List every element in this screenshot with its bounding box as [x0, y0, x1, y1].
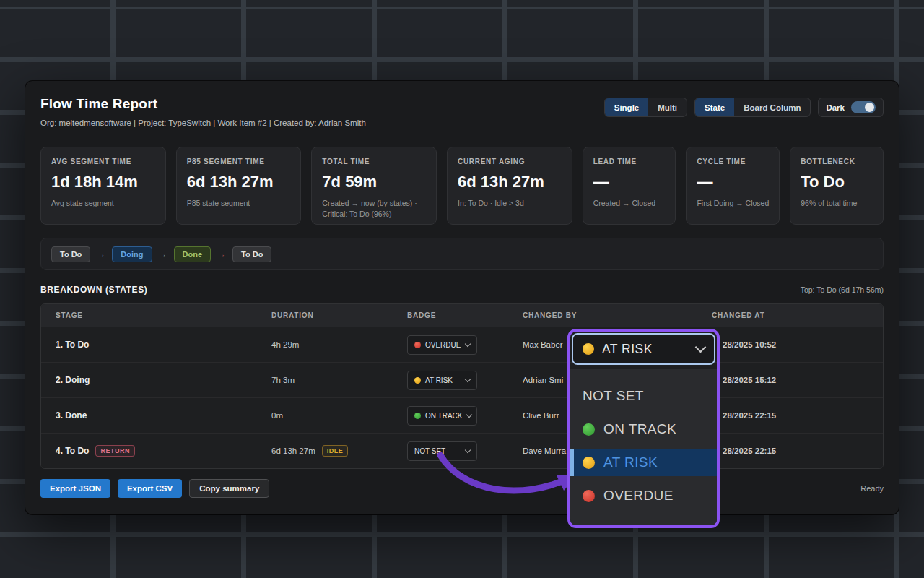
card-sub: 96% of total time	[801, 198, 873, 209]
grouping-option-state[interactable]: State	[695, 98, 734, 116]
mode-option-multi[interactable]: Multi	[648, 98, 687, 116]
breakdown-top-note: Top: To Do (6d 17h 56m)	[801, 285, 884, 294]
card-value: 6d 13h 27m	[187, 173, 291, 191]
flow-sequence-strip: To Do → Doing → Done → To Do	[40, 238, 884, 270]
duration-cell: 6d 13h 27m IDLE	[271, 445, 407, 457]
card-value: —	[697, 173, 769, 191]
menu-option-on-track[interactable]: ON TRACK	[570, 415, 717, 443]
card-label: CYCLE TIME	[697, 158, 769, 165]
status-dropdown-overlay: AT RISK NOT SET ON TRACK AT RISK OVERDUE	[567, 329, 720, 528]
card-sub: P85 state segment	[187, 198, 291, 209]
card-value: 6d 13h 27m	[458, 173, 562, 191]
status-dot-red-icon	[414, 342, 421, 348]
chevron-down-icon	[695, 342, 707, 353]
header-controls: Single Multi State Board Column Dark	[604, 98, 884, 117]
card-value: 7d 59m	[322, 173, 426, 191]
status-dot-yellow-icon	[414, 377, 421, 384]
duration-cell: 4h 29m	[271, 340, 407, 349]
table-row: 1. To Do 4h 29m OVERDUE Max Baber 28/202…	[41, 327, 883, 362]
flow-arrow-icon: →	[159, 249, 167, 259]
card-value: To Do	[801, 173, 873, 191]
stage-cell: 4. To Do RETURN	[41, 445, 271, 457]
stat-cards-row: AVG SEGMENT TIME 1d 18h 14m Avg state se…	[40, 147, 884, 225]
stage-cell: 3. Done	[41, 410, 271, 420]
chevron-down-icon	[465, 447, 471, 452]
card-sub: Created → now (by states) · Critical: To…	[322, 198, 426, 220]
export-json-button[interactable]: Export JSON	[40, 479, 110, 498]
card-label: LEAD TIME	[593, 158, 666, 165]
toggle-knob-icon	[865, 103, 874, 112]
theme-control: Dark	[818, 98, 884, 117]
menu-option-not-set[interactable]: NOT SET	[570, 382, 717, 410]
grouping-segmented-control: State Board Column	[694, 98, 811, 117]
status-dot-green-icon	[414, 413, 421, 419]
col-badge: BADGE	[407, 311, 523, 319]
breakdown-heading: BREAKDOWN (STATES) Top: To Do (6d 17h 56…	[40, 285, 884, 295]
badge-select[interactable]: ON TRACK	[407, 406, 477, 426]
report-header: Flow Time Report Org: meltedmensoftware …	[25, 81, 899, 137]
card-total-time: TOTAL TIME 7d 59m Created → now (by stat…	[311, 147, 437, 225]
flow-return-arrow-icon: →	[217, 249, 226, 259]
badge-select[interactable]: NOT SET	[407, 441, 477, 461]
card-bottleneck: BOTTLENECK To Do 96% of total time	[790, 147, 884, 225]
status-dot-green-icon	[583, 423, 595, 436]
changed-at-cell: 28/2025 22:15	[712, 447, 883, 455]
duration-cell: 7h 3m	[271, 376, 407, 384]
card-label: BOTTLENECK	[801, 158, 873, 165]
flow-time-report-window: Flow Time Report Org: meltedmensoftware …	[25, 81, 899, 514]
card-label: P85 SEGMENT TIME	[187, 158, 291, 165]
card-avg-segment-time: AVG SEGMENT TIME 1d 18h 14m Avg state se…	[40, 147, 166, 225]
card-p85-segment-time: P85 SEGMENT TIME 6d 13h 27m P85 state se…	[176, 147, 302, 225]
duration-cell: 0m	[271, 411, 407, 420]
chevron-down-icon	[465, 376, 471, 381]
stage-cell: 2. Doing	[41, 375, 271, 385]
export-csv-button[interactable]: Export CSV	[118, 479, 182, 498]
report-meta: Org: meltedmensoftware | Project: TypeSw…	[40, 118, 884, 127]
selected-status-label: AT RISK	[602, 342, 653, 357]
card-lead-time: LEAD TIME — Created → Closed	[583, 147, 676, 225]
status-dot-yellow-icon	[583, 343, 594, 355]
grouping-option-board-column[interactable]: Board Column	[734, 98, 810, 116]
table-row: 2. Doing 7h 3m AT RISK Adrian Smi 28/202…	[41, 362, 883, 397]
status-select-control[interactable]: AT RISK	[572, 333, 715, 365]
card-sub: Created → Closed	[593, 198, 666, 209]
col-duration: DURATION	[271, 311, 407, 319]
chevron-down-icon	[465, 340, 471, 346]
badge-select[interactable]: OVERDUE	[407, 335, 477, 355]
changed-at-cell: 28/2025 10:52	[712, 340, 883, 349]
card-value: —	[593, 173, 666, 191]
flow-step-doing: Doing	[112, 246, 152, 262]
header-divider	[40, 137, 884, 137]
col-changed-by: CHANGED BY	[523, 311, 712, 319]
table-row: 4. To Do RETURN 6d 13h 27m IDLE NOT SET …	[41, 433, 883, 468]
badge-select[interactable]: AT RISK	[407, 371, 477, 390]
card-sub: Avg state segment	[51, 198, 155, 209]
card-sub: In: To Do · Idle > 3d	[458, 198, 562, 209]
status-dot-red-icon	[583, 490, 595, 502]
breakdown-title: BREAKDOWN (STATES)	[40, 285, 147, 295]
flow-step-todo: To Do	[51, 246, 90, 262]
card-label: CURRENT AGING	[458, 158, 562, 165]
chevron-down-icon	[466, 411, 471, 417]
dark-mode-toggle[interactable]	[851, 101, 876, 113]
theme-label: Dark	[826, 103, 845, 112]
copy-summary-button[interactable]: Copy summary	[189, 479, 269, 498]
menu-option-overdue[interactable]: OVERDUE	[570, 482, 717, 509]
col-stage: STAGE	[41, 311, 271, 319]
flow-step-todo-return: To Do	[232, 246, 271, 262]
flow-step-done: Done	[174, 246, 212, 262]
card-label: TOTAL TIME	[322, 158, 426, 165]
mode-option-single[interactable]: Single	[605, 98, 649, 116]
stage-cell: 1. To Do	[41, 340, 271, 350]
status-dot-yellow-icon	[583, 457, 595, 469]
mode-segmented-control: Single Multi	[604, 98, 687, 117]
menu-option-at-risk[interactable]: AT RISK	[570, 449, 717, 476]
status-options-menu: NOT SET ON TRACK AT RISK OVERDUE	[570, 369, 717, 525]
card-cycle-time: CYCLE TIME — First Doing → Closed	[686, 147, 780, 225]
footer-bar: Export JSON Export CSV Copy summary Read…	[40, 479, 884, 498]
card-value: 1d 18h 14m	[51, 173, 155, 191]
changed-at-cell: 28/2025 22:15	[712, 411, 883, 420]
card-label: AVG SEGMENT TIME	[51, 158, 155, 165]
table-header-row: STAGE DURATION BADGE CHANGED BY CHANGED …	[41, 304, 883, 327]
col-changed-at: CHANGED AT	[712, 311, 883, 319]
